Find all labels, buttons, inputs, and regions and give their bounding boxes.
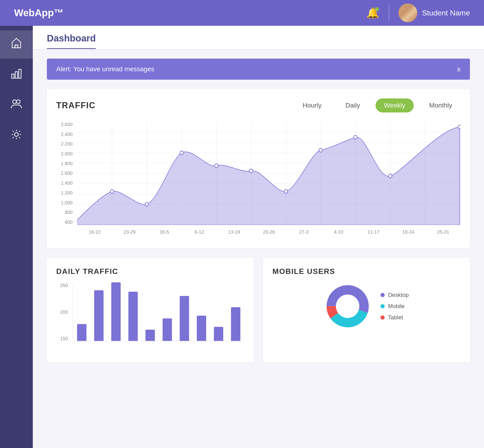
sidebar-item-analytics[interactable] [0, 61, 33, 89]
chart-x-axis: 16-22 23-29 30-5 6-12 13-19 20-26 27-3 4… [77, 225, 460, 239]
bar-group-1 [93, 290, 105, 341]
sidebar-item-users[interactable] [0, 91, 33, 120]
bar-group-2 [110, 282, 122, 341]
page-header: Dashboard [33, 26, 484, 49]
chart-y-axis: 2.600 2.400 2.200 2.000 1.800 1.600 1.40… [56, 122, 75, 225]
chart-svg-area [77, 122, 460, 225]
filter-buttons: Hourly Daily Weekly Monthly [294, 98, 461, 112]
content-area: Dashboard Alert: You have unread message… [33, 26, 484, 448]
bar-chart-icon [10, 67, 23, 82]
traffic-section: TRAFFIC Hourly Daily Weekly Monthly 2.60… [47, 89, 470, 248]
home-icon [10, 37, 23, 52]
legend-dot-mobile [381, 304, 385, 308]
svg-point-38 [458, 125, 460, 129]
bar-4 [145, 330, 155, 341]
daily-traffic-chart: 250 200 150 [56, 283, 244, 353]
svg-point-30 [145, 202, 149, 206]
x-label-5: 20-26 [252, 229, 286, 235]
y-label-8: 1.000 [61, 200, 73, 206]
header-right: 🔔 Student Name [366, 3, 470, 22]
bar-9 [231, 307, 240, 341]
bar-chart-area [73, 283, 244, 341]
bar-2 [111, 282, 121, 341]
alert-close-button[interactable]: x [457, 65, 460, 73]
x-label-7: 4-10 [321, 229, 356, 235]
x-label-10: 25-31 [426, 229, 460, 235]
bar-y-label-0: 250 [60, 283, 68, 288]
bar-group-8 [213, 327, 225, 341]
legend-label-mobile: Mobile [388, 303, 405, 310]
users-icon [10, 98, 23, 113]
filter-btn-daily[interactable]: Daily [337, 98, 368, 112]
bar-group-6 [178, 296, 191, 341]
notification-dot [375, 7, 379, 11]
bar-7 [197, 316, 206, 341]
svg-point-29 [110, 190, 114, 193]
bar-8 [214, 327, 223, 341]
legend-dot-tablet [381, 315, 385, 320]
filter-btn-monthly[interactable]: Monthly [421, 98, 460, 112]
bar-group-3 [127, 292, 139, 341]
bar-group-7 [195, 316, 208, 341]
user-name: Student Name [422, 9, 470, 17]
x-label-3: 6-12 [182, 229, 217, 235]
sidebar-item-home[interactable] [0, 31, 33, 59]
traffic-header: TRAFFIC Hourly Daily Weekly Monthly [56, 98, 460, 112]
x-label-1: 23-29 [112, 229, 147, 235]
svg-point-36 [354, 136, 357, 139]
notification-bell[interactable]: 🔔 [366, 7, 379, 19]
sidebar-item-settings[interactable] [0, 122, 33, 150]
y-label-2: 2.200 [61, 141, 73, 147]
bar-0 [77, 324, 87, 341]
legend-item-tablet: Tablet [381, 314, 409, 321]
svg-rect-1 [12, 74, 14, 78]
y-label-10: 600 [65, 220, 73, 225]
sidebar [0, 26, 33, 448]
x-label-4: 13-19 [217, 229, 252, 235]
traffic-chart: 2.600 2.400 2.200 2.000 1.800 1.600 1.40… [56, 122, 460, 239]
svg-point-6 [15, 133, 18, 136]
svg-point-32 [214, 164, 218, 168]
x-label-6: 27-3 [286, 229, 321, 235]
mobile-users-section: MOBILE USERS Desktop [263, 258, 470, 362]
svg-point-33 [249, 169, 253, 173]
alert-banner: Alert: You have unread messages x [47, 59, 470, 80]
svg-point-37 [389, 174, 392, 178]
bottom-row: DAILY TRAFFIC 250 200 150 [47, 258, 470, 362]
bar-group-9 [230, 307, 242, 341]
bar-group-0 [75, 324, 88, 341]
y-label-6: 1.400 [61, 180, 73, 186]
page-title[interactable]: Dashboard [47, 33, 96, 49]
x-label-8: 11-17 [356, 229, 391, 235]
bar-1 [94, 290, 103, 341]
bar-y-axis: 250 200 150 [56, 283, 70, 341]
alert-message: Alert: You have unread messages [56, 65, 154, 73]
y-label-1: 2.400 [61, 132, 73, 137]
x-label-2: 30-5 [147, 229, 182, 235]
area-chart-svg [77, 122, 460, 225]
legend-item-desktop: Desktop [381, 292, 409, 298]
bar-y-label-2: 150 [60, 336, 68, 341]
user-section: Student Name [398, 3, 470, 22]
svg-rect-2 [15, 72, 17, 78]
x-label-9: 18-24 [391, 229, 426, 235]
svg-point-31 [180, 151, 183, 155]
legend-label-desktop: Desktop [388, 292, 409, 298]
main-layout: Dashboard Alert: You have unread message… [0, 26, 484, 448]
avatar [398, 3, 417, 22]
y-label-7: 1.200 [61, 190, 73, 196]
legend-item-mobile: Mobile [381, 303, 409, 310]
svg-point-34 [284, 190, 288, 193]
app-header: WebApp™ 🔔 Student Name [0, 0, 484, 26]
svg-point-35 [319, 148, 323, 152]
traffic-title: TRAFFIC [56, 101, 95, 110]
x-label-0: 16-22 [77, 229, 112, 235]
filter-btn-hourly[interactable]: Hourly [294, 98, 330, 112]
bar-group-4 [144, 330, 156, 341]
filter-btn-weekly[interactable]: Weekly [375, 98, 414, 112]
header-divider [389, 5, 389, 21]
mobile-users-title: MOBILE USERS [272, 267, 460, 276]
y-label-5: 1.600 [61, 171, 73, 176]
svg-point-5 [16, 100, 20, 104]
svg-rect-3 [19, 69, 21, 78]
